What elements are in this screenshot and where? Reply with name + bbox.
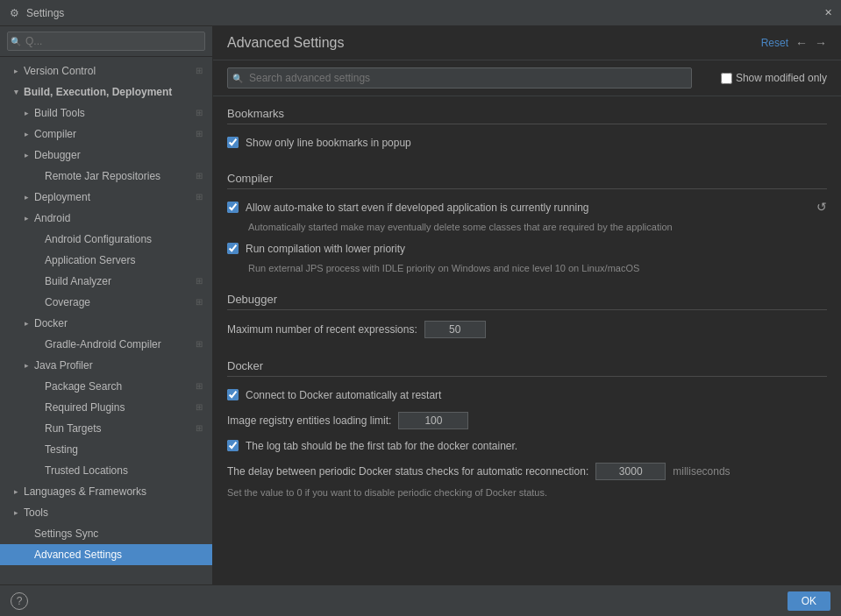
sidebar-item-required-plugins[interactable]: Required Plugins ⊞ bbox=[0, 397, 212, 418]
connect-docker-checkbox[interactable] bbox=[227, 389, 239, 400]
app-icon: ⚙ bbox=[7, 6, 21, 20]
sidebar-label-trusted-locations: Trusted Locations bbox=[45, 462, 128, 479]
sidebar-label-build-exec: Build, Execution, Deployment bbox=[24, 83, 172, 101]
content-search-bar: Show modified only bbox=[213, 60, 841, 96]
sidebar-item-android[interactable]: Android bbox=[0, 208, 212, 229]
sidebar-item-settings-sync[interactable]: Settings Sync bbox=[0, 523, 212, 544]
nav-back-button[interactable]: ← bbox=[795, 36, 808, 50]
arrow-version-control bbox=[11, 66, 21, 76]
max-recent-expressions-input[interactable] bbox=[424, 321, 486, 338]
bookmarks-show-only-row: Show only line bookmarks in popup bbox=[227, 131, 827, 154]
milliseconds-label: milliseconds bbox=[673, 465, 730, 478]
log-tab-first-checkbox[interactable] bbox=[227, 440, 239, 451]
reset-button[interactable]: Reset bbox=[761, 37, 788, 49]
sidebar-item-run-targets[interactable]: Run Targets ⊞ bbox=[0, 418, 212, 439]
sidebar-item-advanced-settings[interactable]: Advanced Settings bbox=[0, 544, 212, 565]
sidebar-item-remote-jar[interactable]: Remote Jar Repositories ⊞ bbox=[0, 166, 212, 187]
max-recent-expressions-row: Maximum number of recent expressions: bbox=[227, 317, 827, 342]
header-actions: Reset ← → bbox=[761, 36, 827, 50]
image-registry-input[interactable] bbox=[398, 412, 468, 429]
connect-docker-label: Connect to Docker automatically at resta… bbox=[246, 387, 827, 403]
breadcrumb-icon-10: ⊞ bbox=[193, 401, 205, 414]
sidebar-item-testing[interactable]: Testing bbox=[0, 439, 212, 460]
sidebar-label-version-control: Version Control bbox=[24, 62, 96, 80]
debugger-section: Debugger Maximum number of recent expres… bbox=[227, 293, 827, 342]
sidebar-label-coverage: Coverage bbox=[45, 294, 90, 311]
sidebar-item-build-analyzer[interactable]: Build Analyzer ⊞ bbox=[0, 271, 212, 292]
allow-auto-make-checkbox[interactable] bbox=[227, 202, 239, 213]
sidebar-search-wrap bbox=[7, 32, 205, 51]
run-compilation-description: Run external JPS process with IDLE prior… bbox=[227, 261, 827, 275]
sidebar-item-languages-frameworks[interactable]: Languages & Frameworks bbox=[0, 481, 212, 502]
title-bar: ⚙ Settings ✕ bbox=[0, 0, 841, 26]
breadcrumb-icon-7: ⊞ bbox=[193, 296, 205, 308]
arrow-lang-frameworks bbox=[11, 486, 21, 497]
sidebar-item-build-execution-deployment[interactable]: Build, Execution, Deployment bbox=[0, 81, 212, 103]
arrow-tools bbox=[11, 507, 21, 518]
sidebar-tree: Version Control ⊞ Build, Execution, Depl… bbox=[0, 57, 212, 584]
sidebar-item-deployment[interactable]: Deployment ⊞ bbox=[0, 187, 212, 208]
ok-button[interactable]: OK bbox=[788, 591, 830, 611]
sidebar-item-docker[interactable]: Docker bbox=[0, 313, 212, 334]
sidebar-label-deployment: Deployment bbox=[34, 188, 90, 206]
arrow-docker bbox=[21, 318, 32, 329]
sidebar-item-gradle-android[interactable]: Gradle-Android Compiler ⊞ bbox=[0, 334, 212, 355]
sidebar-label-java-profiler: Java Profiler bbox=[34, 357, 93, 374]
image-registry-label: Image registry entities loading limit: bbox=[227, 413, 391, 428]
sidebar-item-trusted-locations[interactable]: Trusted Locations bbox=[0, 460, 212, 481]
arrow-java-profiler bbox=[21, 360, 32, 371]
sidebar-item-build-tools[interactable]: Build Tools ⊞ bbox=[0, 103, 212, 124]
breadcrumb-icon-8: ⊞ bbox=[193, 338, 205, 350]
sidebar-item-java-profiler[interactable]: Java Profiler bbox=[0, 355, 212, 376]
page-title: Advanced Settings bbox=[227, 35, 761, 51]
arrow-deployment bbox=[21, 192, 32, 202]
sidebar-item-debugger[interactable]: Debugger bbox=[0, 145, 212, 166]
delay-periodic-label: The delay between periodic Docker status… bbox=[227, 464, 588, 479]
content-search-input[interactable] bbox=[227, 67, 692, 89]
compiler-header: Compiler bbox=[227, 172, 827, 189]
run-compilation-checkbox[interactable] bbox=[227, 243, 239, 254]
docker-header: Docker bbox=[227, 359, 827, 377]
main-layout: Version Control ⊞ Build, Execution, Depl… bbox=[0, 26, 841, 584]
sidebar-item-coverage[interactable]: Coverage ⊞ bbox=[0, 292, 212, 313]
arrow-compiler bbox=[21, 129, 32, 139]
sidebar-label-compiler: Compiler bbox=[34, 125, 76, 143]
sidebar-label-tools: Tools bbox=[24, 504, 48, 521]
sidebar-item-compiler[interactable]: Compiler ⊞ bbox=[0, 124, 212, 145]
show-modified-label: Show modified only bbox=[721, 72, 827, 84]
sidebar-label-testing: Testing bbox=[45, 441, 78, 458]
run-compilation-label: Run compilation with lower priority bbox=[246, 241, 827, 257]
sidebar-label-android-config: Android Configurations bbox=[45, 230, 152, 248]
help-button[interactable]: ? bbox=[11, 592, 28, 610]
sidebar-label-build-analyzer: Build Analyzer bbox=[45, 273, 111, 290]
window-controls: ✕ bbox=[822, 7, 834, 19]
sidebar-label-run-targets: Run Targets bbox=[45, 420, 101, 437]
auto-make-reset-icon[interactable]: ↺ bbox=[816, 200, 827, 214]
content-search-wrap bbox=[227, 67, 710, 89]
sidebar-label-required-plugins: Required Plugins bbox=[45, 399, 125, 416]
debugger-header: Debugger bbox=[227, 293, 827, 310]
breadcrumb-icon-3: ⊞ bbox=[193, 128, 205, 140]
sidebar-item-tools[interactable]: Tools bbox=[0, 502, 212, 523]
breadcrumb-icon: ⊞ bbox=[193, 65, 205, 77]
nav-forward-button[interactable]: → bbox=[815, 36, 827, 50]
show-only-bookmarks-checkbox[interactable] bbox=[227, 137, 239, 148]
sidebar-item-application-servers[interactable]: Application Servers bbox=[0, 250, 212, 271]
sidebar-label-build-tools: Build Tools bbox=[34, 104, 85, 122]
sidebar-item-package-search[interactable]: Package Search ⊞ bbox=[0, 376, 212, 397]
breadcrumb-icon-9: ⊞ bbox=[193, 380, 205, 393]
sidebar-label-docker: Docker bbox=[34, 315, 68, 332]
close-button[interactable]: ✕ bbox=[822, 7, 834, 19]
max-recent-expressions-label: Maximum number of recent expressions: bbox=[227, 322, 417, 337]
sidebar-item-version-control[interactable]: Version Control ⊞ bbox=[0, 60, 212, 81]
bottom-bar: ? OK bbox=[0, 584, 841, 616]
show-modified-checkbox[interactable] bbox=[721, 73, 732, 84]
delay-periodic-input[interactable] bbox=[595, 463, 666, 480]
breadcrumb-icon-11: ⊞ bbox=[193, 422, 205, 435]
docker-section: Docker Connect to Docker automatically a… bbox=[227, 359, 827, 501]
sidebar-item-android-configurations[interactable]: Android Configurations bbox=[0, 229, 212, 250]
sidebar-label-android: Android bbox=[34, 209, 70, 227]
arrow-debugger bbox=[21, 150, 32, 160]
sidebar-search-input[interactable] bbox=[7, 32, 205, 51]
content-area: Advanced Settings Reset ← → Show modifie… bbox=[213, 26, 841, 584]
